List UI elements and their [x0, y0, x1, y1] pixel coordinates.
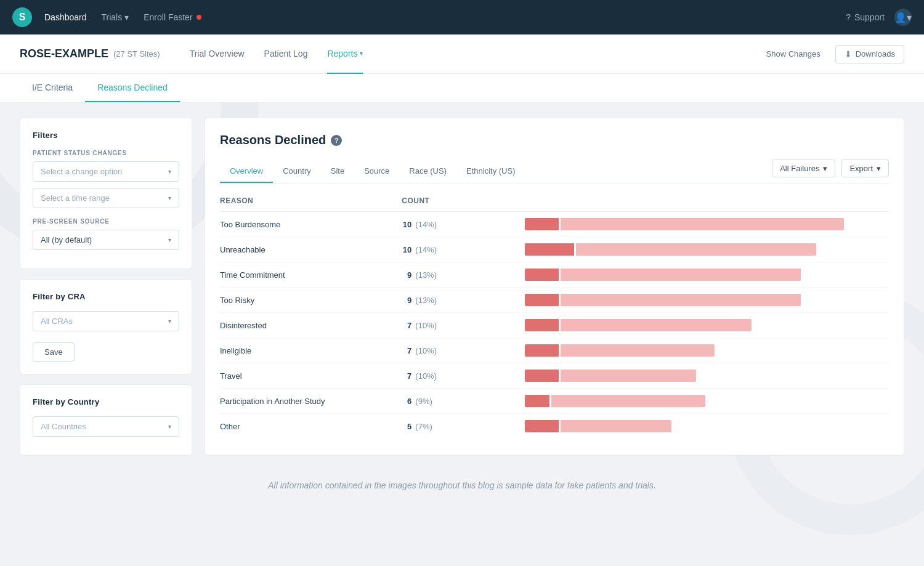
col-header-count: Count	[402, 196, 525, 205]
cell-reason: Time Commitment	[220, 270, 402, 280]
chart-tab-country[interactable]: Country	[273, 160, 321, 183]
help-icon[interactable]: ?	[331, 135, 342, 146]
cell-count: 9 (13%)	[402, 270, 525, 280]
all-failures-dropdown[interactable]: All Failures ▾	[772, 160, 835, 177]
chevron-down-icon: ▾	[877, 164, 881, 173]
filter-by-country-title: Filter by Country	[33, 397, 179, 406]
count-percent: (14%)	[415, 220, 437, 229]
save-button[interactable]: Save	[33, 342, 75, 362]
cell-count: 5 (7%)	[402, 422, 525, 431]
bar-light	[576, 243, 816, 256]
bar-dark	[525, 218, 559, 230]
help-circle-icon: ?	[846, 12, 851, 22]
bar-light	[561, 269, 801, 281]
cell-reason: Too Burdensome	[220, 220, 402, 229]
tab-trial-overview[interactable]: Trial Overview	[190, 34, 245, 74]
chart-title: Reasons Declined	[220, 133, 326, 147]
nav-link-dashboard[interactable]: Dashboard	[44, 12, 87, 22]
chevron-down-icon: ▾	[168, 237, 171, 243]
patient-status-label: PATIENT STATUS CHANGES	[33, 150, 179, 156]
notification-dot	[197, 15, 201, 20]
select-time-range-dropdown[interactable]: Select a time range ▾	[33, 188, 179, 208]
chevron-down-icon: ▾	[907, 12, 912, 23]
table-row: Too Burdensome 10 (14%)	[220, 212, 889, 237]
table-row: Unreachable 10 (14%)	[220, 237, 889, 262]
all-cras-dropdown[interactable]: All CRAs ▾	[33, 311, 179, 331]
sub-tab-ie-criteria[interactable]: I/E Criteria	[20, 74, 85, 102]
tab-patient-log[interactable]: Patient Log	[264, 34, 308, 74]
bar-light	[561, 319, 752, 331]
sub-tab-reasons-declined[interactable]: Reasons Declined	[85, 74, 180, 102]
select-change-option-dropdown[interactable]: Select a change option ▾	[33, 161, 179, 182]
tab-reports[interactable]: Reports ▾	[327, 34, 363, 74]
count-number: 10	[402, 245, 411, 254]
cell-count: 6 (9%)	[402, 397, 525, 406]
cell-bar	[525, 269, 889, 281]
bar-light	[561, 344, 715, 357]
bar-dark	[525, 370, 559, 382]
cell-reason: Travel	[220, 371, 402, 381]
count-percent: (14%)	[415, 245, 437, 254]
user-icon: 👤	[894, 12, 907, 23]
count-number: 5	[402, 422, 411, 431]
count-number: 9	[402, 270, 411, 280]
pre-screen-label: PRE-SCREEN SOURCE	[33, 218, 179, 225]
chart-tab-ethnicity-us[interactable]: Ethnicity (US)	[456, 160, 525, 183]
pre-screen-source-dropdown[interactable]: All (by default) ▾	[33, 230, 179, 250]
header-nav-tabs: Trial Overview Patient Log Reports ▾	[190, 34, 759, 74]
nav-link-enroll-faster[interactable]: Enroll Faster	[144, 12, 201, 22]
cell-bar	[525, 319, 889, 331]
col-header-reason: Reason	[220, 196, 402, 205]
show-changes-button[interactable]: Show Changes	[759, 46, 828, 62]
bar-light	[561, 294, 801, 306]
cell-bar	[525, 243, 889, 256]
chart-tab-race-us[interactable]: Race (US)	[399, 160, 456, 183]
cell-reason: Ineligible	[220, 346, 402, 355]
filters-card: Filters PATIENT STATUS CHANGES Select a …	[20, 118, 192, 269]
filters-title: Filters	[33, 131, 179, 140]
download-icon: ⬇	[845, 49, 852, 59]
bar-dark	[525, 269, 559, 281]
bar-dark	[525, 395, 549, 407]
chart-title-row: Reasons Declined ?	[220, 133, 889, 147]
chart-tab-overview[interactable]: Overview	[220, 160, 273, 183]
app-logo[interactable]: S	[12, 7, 32, 27]
count-percent: (13%)	[415, 296, 437, 305]
filter-by-cra-title: Filter by CRA	[33, 292, 179, 301]
chart-area: Reasons Declined ? Overview Country Site…	[205, 118, 904, 456]
bar-dark	[525, 319, 559, 331]
chart-tab-site[interactable]: Site	[321, 160, 354, 183]
user-menu-button[interactable]: 👤 ▾	[894, 9, 912, 26]
chevron-down-icon: ▾	[168, 168, 171, 175]
cell-reason: Participation in Another Study	[220, 397, 402, 406]
cell-reason: Too Risky	[220, 296, 402, 305]
count-percent: (10%)	[415, 321, 437, 330]
count-number: 7	[402, 321, 411, 330]
chevron-down-icon: ▾	[823, 164, 827, 173]
table-row: Ineligible 7 (10%)	[220, 338, 889, 363]
cell-reason: Disinterested	[220, 321, 402, 330]
cell-count: 7 (10%)	[402, 346, 525, 355]
cell-bar	[525, 218, 889, 230]
bar-light	[561, 370, 696, 382]
chart-tab-source[interactable]: Source	[354, 160, 399, 183]
all-countries-dropdown[interactable]: All Countries ▾	[33, 416, 179, 437]
cell-bar	[525, 420, 889, 432]
table-row: Participation in Another Study 6 (9%)	[220, 389, 889, 414]
chart-actions: All Failures ▾ Export ▾	[772, 160, 889, 184]
count-number: 7	[402, 346, 411, 355]
table-header: Reason Count	[220, 196, 889, 212]
cell-reason: Unreachable	[220, 245, 402, 254]
sub-tabs: I/E Criteria Reasons Declined	[0, 74, 924, 103]
filter-by-cra-card: Filter by CRA All CRAs ▾ Save	[20, 279, 192, 374]
export-dropdown[interactable]: Export ▾	[841, 160, 889, 177]
count-percent: (10%)	[415, 371, 437, 381]
bar-dark	[525, 420, 559, 432]
chevron-down-icon: ▾	[168, 423, 171, 430]
support-link[interactable]: ? Support	[846, 12, 885, 22]
cell-bar	[525, 370, 889, 382]
chevron-down-icon: ▾	[168, 195, 171, 201]
chevron-down-icon: ▾	[360, 50, 363, 57]
downloads-button[interactable]: ⬇ Downloads	[835, 45, 904, 63]
nav-link-trials[interactable]: Trials ▾	[102, 12, 129, 22]
